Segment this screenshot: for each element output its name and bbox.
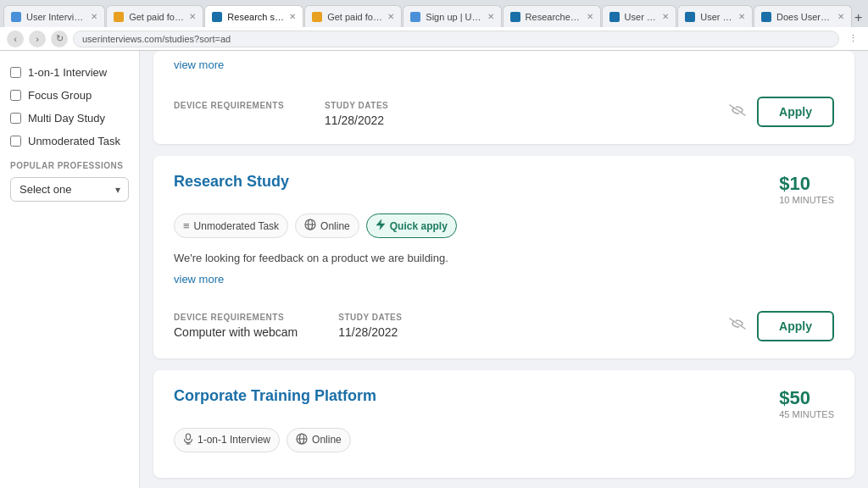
tab-close-4[interactable]: ✕ — [387, 12, 394, 21]
research-study-actions: Apply — [728, 311, 834, 341]
reload-button[interactable]: ↻ — [51, 30, 68, 47]
tab-label-2: Get paid for surveys, l... — [129, 12, 184, 22]
research-study-card: Research Study $10 10 MINUTES ≡ Unmodera… — [153, 156, 854, 358]
research-device-group: DEVICE REQUIREMENTS Computer with webcam — [174, 313, 298, 339]
partial-card: view more DEVICE REQUIREMENTS STUDY DATE… — [153, 51, 854, 144]
globe-icon-corporate — [296, 433, 308, 447]
filter-item-focus-group[interactable]: Focus Group — [0, 84, 139, 107]
research-device-label: DEVICE REQUIREMENTS — [174, 313, 298, 322]
tag-1on1-interview: 1-on-1 Interview — [174, 428, 280, 452]
research-study-description: We're looking for feedback on a product … — [174, 250, 834, 267]
filter-checkbox-unmoderated[interactable] — [10, 136, 21, 147]
bolt-icon — [376, 219, 386, 233]
tab-close-7[interactable]: ✕ — [662, 12, 669, 21]
tab-favicon-7 — [609, 12, 620, 22]
tab-4[interactable]: Get paid for surveys, l... ✕ — [304, 5, 402, 27]
tab-1[interactable]: User Interviews | The U... ✕ — [3, 5, 105, 27]
tab-close-9[interactable]: ✕ — [837, 12, 844, 21]
corporate-tags: 1-on-1 Interview Online — [174, 428, 834, 452]
list-icon: ≡ — [183, 219, 190, 232]
tab-close-1[interactable]: ✕ — [91, 12, 97, 21]
tag-online: Online — [295, 214, 359, 238]
partial-dates-label: STUDY DATES — [325, 101, 388, 110]
partial-card-actions: Apply — [728, 97, 834, 127]
tag-online-label: Online — [320, 220, 350, 232]
eye-off-icon[interactable] — [728, 103, 747, 121]
research-study-duration: 10 MINUTES — [779, 195, 834, 205]
tag-unmoderated-label: Unmoderated Task — [194, 220, 280, 232]
tab-7[interactable]: User Interviews ✕ — [602, 5, 677, 27]
tab-favicon-3 — [212, 12, 222, 22]
sidebar: 1-on-1 Interview Focus Group Multi Day S… — [0, 51, 140, 488]
view-more-link-partial[interactable]: view more — [174, 58, 224, 71]
nav-bar: ‹ › ↻ userinterviews.com/studies?sort=ad… — [0, 27, 868, 51]
research-study-title: Research Study — [174, 173, 289, 191]
globe-icon — [304, 219, 316, 233]
tab-close-6[interactable]: ✕ — [587, 12, 593, 21]
tab-favicon-6 — [510, 12, 520, 22]
filter-checkbox-focus-group[interactable] — [10, 90, 21, 101]
tab-close-5[interactable]: ✕ — [487, 12, 494, 21]
view-more-link-research[interactable]: view more — [174, 273, 224, 286]
professions-select[interactable]: Select one Software Engineer Designer Pr… — [10, 177, 129, 202]
tab-label-4: Get paid for surveys, l... — [327, 12, 382, 22]
tag-1on1-label: 1-on-1 Interview — [198, 434, 270, 446]
main-wrapper: 1-on-1 Interview Focus Group Multi Day S… — [0, 51, 868, 488]
new-tab-button[interactable]: + — [853, 8, 865, 27]
filter-checkbox-multi-day[interactable] — [10, 113, 21, 124]
tab-label-1: User Interviews | The U... — [26, 12, 86, 22]
partial-dates-value: 11/28/2022 — [325, 114, 388, 127]
tab-3[interactable]: Research studies - Ge... ✕ — [204, 5, 303, 27]
tab-label-7: User Interviews — [625, 12, 658, 22]
corporate-card-header: Corporate Training Platform $50 45 MINUT… — [174, 387, 834, 419]
tab-close-8[interactable]: ✕ — [738, 12, 745, 21]
tab-5[interactable]: Sign up | User Intervie... ✕ — [403, 5, 501, 27]
apply-button-research[interactable]: Apply — [757, 311, 834, 341]
research-study-price: $10 — [779, 173, 834, 195]
filter-item-unmoderated[interactable]: Unmoderated Task — [0, 130, 139, 152]
apply-button-partial[interactable]: Apply — [757, 97, 834, 127]
filter-label-1on1: 1-on-1 Interview — [28, 66, 107, 79]
filter-item-1on1[interactable]: 1-on-1 Interview — [0, 61, 139, 84]
corporate-price: $50 — [779, 387, 834, 409]
research-study-meta: DEVICE REQUIREMENTS Computer with webcam… — [174, 313, 402, 339]
svg-rect-3 — [186, 434, 191, 440]
tab-favicon-4 — [312, 12, 322, 22]
tab-2[interactable]: Get paid for surveys, l... ✕ — [106, 5, 203, 27]
research-dates-label: STUDY DATES — [338, 313, 402, 322]
tab-favicon-1 — [11, 12, 21, 22]
eye-off-icon-research[interactable] — [728, 317, 747, 335]
tag-quick-apply[interactable]: Quick apply — [366, 214, 457, 238]
forward-button[interactable]: › — [29, 30, 46, 47]
tab-label-6: Researcher or particip... — [526, 12, 581, 22]
tab-close-2[interactable]: ✕ — [189, 12, 196, 21]
filter-label-unmoderated: Unmoderated Task — [28, 135, 120, 147]
tab-9[interactable]: Does User Interviews ... ✕ — [754, 5, 852, 27]
extensions-button[interactable]: ⋮ — [844, 30, 861, 47]
tab-close-3[interactable]: ✕ — [289, 12, 296, 21]
tab-favicon-8 — [685, 12, 695, 22]
filter-item-multi-day[interactable]: Multi Day Study — [0, 107, 139, 130]
research-study-price-block: $10 10 MINUTES — [779, 173, 834, 205]
address-bar[interactable]: userinterviews.com/studies?sort=ad — [73, 30, 839, 47]
filter-checkbox-1on1[interactable] — [10, 67, 21, 78]
tab-8[interactable]: User Interviews ✕ — [677, 5, 753, 27]
research-dates-group: STUDY DATES 11/28/2022 — [338, 313, 402, 339]
back-button[interactable]: ‹ — [7, 30, 24, 47]
tab-6[interactable]: Researcher or particip... ✕ — [503, 5, 601, 27]
partial-card-meta: DEVICE REQUIREMENTS STUDY DATES 11/28/20… — [174, 101, 388, 127]
tab-label-8: User Interviews — [700, 12, 733, 22]
tab-bar: User Interviews | The U... ✕ Get paid fo… — [0, 0, 868, 27]
research-device-value: Computer with webcam — [174, 325, 298, 339]
tab-favicon-5 — [410, 12, 420, 22]
tag-online-corporate-label: Online — [312, 434, 342, 446]
professions-select-wrapper: Select one Software Engineer Designer Pr… — [0, 174, 139, 205]
tab-label-5: Sign up | User Intervie... — [426, 12, 481, 22]
corporate-duration: 45 MINUTES — [779, 409, 834, 419]
tag-unmoderated: ≡ Unmoderated Task — [174, 214, 288, 238]
tab-favicon-9 — [761, 12, 771, 22]
filter-label-focus-group: Focus Group — [28, 89, 92, 102]
browser-chrome: User Interviews | The U... ✕ Get paid fo… — [0, 0, 868, 51]
research-dates-value: 11/28/2022 — [338, 325, 402, 339]
corporate-price-block: $50 45 MINUTES — [779, 387, 834, 419]
